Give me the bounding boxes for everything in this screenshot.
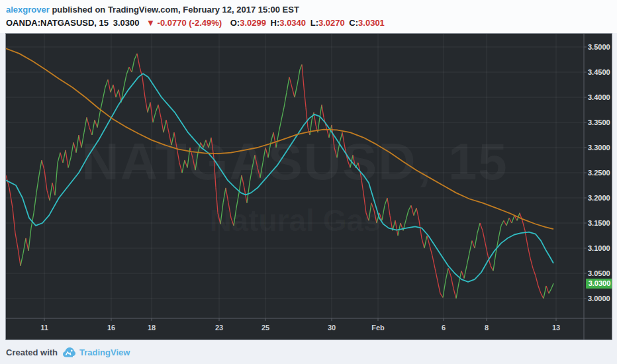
time-axis-label: 30 — [318, 324, 345, 332]
price-axis-label: 3.3000 — [588, 143, 612, 152]
publish-line: alexgrover published on TradingView.com,… — [6, 3, 617, 17]
price-axis-label: 3.2000 — [588, 193, 612, 203]
time-axis-label: 16 — [98, 324, 124, 332]
price-axis-label: 3.5000 — [588, 42, 612, 52]
price-chart-canvas[interactable] — [6, 34, 612, 340]
chart-panel[interactable]: NATGASUSD, 15 Natural Gas 3.50003.45003.… — [5, 33, 612, 340]
footer: Created with TradingView — [0, 340, 617, 364]
time-axis-label: 23 — [206, 324, 232, 332]
high-label: H: — [271, 18, 280, 28]
publish-header: alexgrover published on TradingView.com,… — [0, 0, 617, 33]
published-text: published on TradingView.com, February 1… — [52, 5, 299, 15]
close-label: C: — [349, 18, 358, 28]
tradingview-cloud-icon — [63, 347, 75, 357]
price-axis-label: 3.3500 — [588, 118, 612, 127]
time-axis-label: 11 — [31, 324, 58, 332]
price-axis-label: 3.0000 — [588, 294, 612, 303]
price-axis-label: 3.0500 — [588, 269, 612, 278]
price-axis-label: 3.4500 — [588, 68, 612, 77]
tradingview-brand-link[interactable]: TradingView — [79, 347, 130, 357]
price-axis-label: 3.4000 — [588, 93, 612, 102]
author-link[interactable]: alexgrover — [6, 5, 50, 15]
price-axis-label: 3.1000 — [588, 244, 612, 253]
last-price: 3.0300 — [113, 18, 140, 28]
low-label: L: — [310, 18, 318, 28]
time-axis-label: 13 — [543, 324, 569, 332]
open-value: 3.0299 — [240, 18, 266, 28]
low-value: 3.0270 — [318, 18, 345, 28]
last-price-axis-label: 3.0300 — [586, 279, 612, 289]
close-value: 3.0301 — [358, 18, 385, 28]
open-label: O: — [230, 18, 240, 28]
time-axis-label: 25 — [252, 324, 279, 332]
time-axis-label: 18 — [138, 324, 165, 332]
price-axis-label: 3.1500 — [588, 218, 612, 228]
high-value: 3.0340 — [279, 18, 306, 28]
price-axis-label: 3.2500 — [588, 168, 612, 177]
symbol-name: OANDA:NATGASUSD, 15 — [6, 18, 109, 28]
time-axis-label: Feb — [365, 324, 391, 332]
symbol-info-bar: OANDA:NATGASUSD, 15 3.0300 ▼ -0.0770 (-2… — [6, 17, 617, 30]
time-axis-label: 8 — [473, 324, 500, 332]
created-with-text: Created with — [6, 347, 58, 357]
price-change: ▼ -0.0770 (-2.49%) — [146, 18, 222, 28]
time-axis-label: 6 — [430, 324, 457, 332]
